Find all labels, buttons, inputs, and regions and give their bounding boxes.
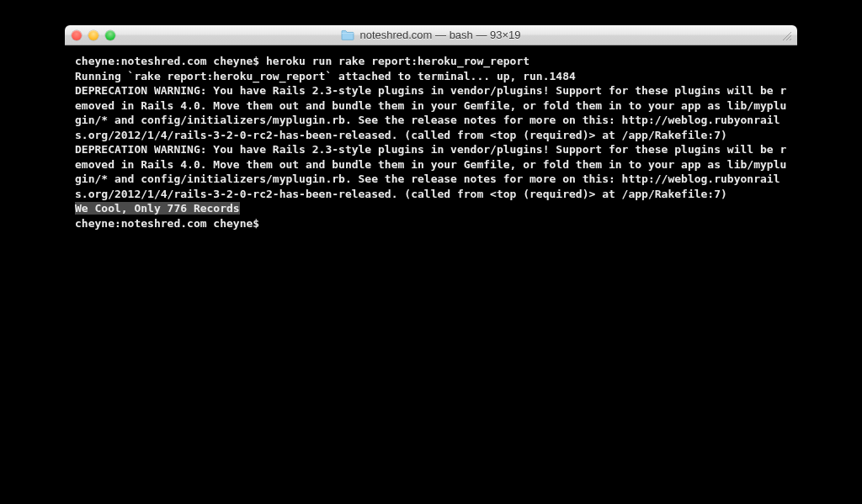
svg-line-2 bbox=[790, 39, 791, 40]
traffic-lights bbox=[72, 30, 115, 40]
terminal-window: noteshred.com — bash — 93×19 cheyne:note… bbox=[65, 25, 797, 332]
close-button[interactable] bbox=[72, 30, 82, 40]
terminal-line: cheyne:noteshred.com cheyne$ heroku run … bbox=[75, 54, 787, 69]
minimize-button[interactable] bbox=[88, 30, 98, 40]
zoom-button[interactable] bbox=[105, 30, 115, 40]
highlighted-text: We Cool, Only 776 Records bbox=[75, 202, 240, 215]
window-title-text: noteshred.com — bash — 93×19 bbox=[359, 29, 520, 41]
window-title: noteshred.com — bash — 93×19 bbox=[65, 29, 797, 41]
terminal-line: We Cool, Only 776 Records bbox=[75, 201, 787, 216]
terminal-output[interactable]: cheyne:noteshred.com cheyne$ heroku run … bbox=[65, 45, 797, 332]
titlebar[interactable]: noteshred.com — bash — 93×19 bbox=[65, 25, 797, 45]
terminal-line: cheyne:noteshred.com cheyne$ bbox=[75, 216, 787, 231]
folder-icon bbox=[341, 29, 354, 40]
terminal-line: DEPRECATION WARNING: You have Rails 2.3-… bbox=[75, 83, 787, 142]
terminal-line: DEPRECATION WARNING: You have Rails 2.3-… bbox=[75, 142, 787, 201]
resize-grip-icon[interactable] bbox=[780, 29, 792, 40]
terminal-line: Running `rake report:heroku_row_report` … bbox=[75, 69, 787, 84]
